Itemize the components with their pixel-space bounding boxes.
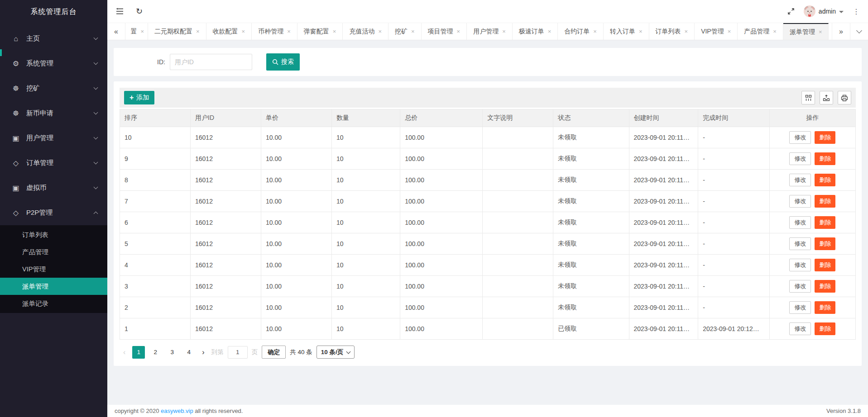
columns-filter-icon[interactable] (801, 91, 815, 104)
close-tab-icon[interactable]: × (378, 28, 382, 35)
close-tab-icon[interactable]: × (196, 28, 200, 35)
close-tab-icon[interactable]: × (593, 28, 597, 35)
delete-button[interactable]: 删除 (815, 152, 835, 165)
refresh-icon[interactable]: ↻ (136, 6, 143, 16)
sidebar-item-挖矿[interactable]: ☸挖矿 (0, 76, 107, 101)
close-tab-icon[interactable]: × (548, 28, 551, 35)
search-button[interactable]: 搜索 (266, 53, 300, 71)
table-row: 51601210.0010100.00未领取2023-09-01 20:11…-… (120, 233, 856, 255)
submenu-item-产品管理[interactable]: 产品管理 (0, 243, 107, 261)
close-tab-icon[interactable]: × (287, 28, 291, 35)
close-tab-icon[interactable]: × (242, 28, 245, 35)
column-header-数量: 数量 (332, 109, 400, 127)
tab-VIP管理[interactable]: VIP管理× (695, 23, 738, 40)
print-icon[interactable] (838, 91, 851, 104)
delete-button[interactable]: 删除 (815, 259, 835, 271)
sidebar-scrollbar-thumb[interactable] (0, 49, 2, 56)
search-input[interactable] (170, 54, 252, 70)
delete-button[interactable]: 删除 (815, 280, 835, 293)
page-prev-icon[interactable]: ‹ (120, 348, 128, 356)
copyright-text: copyright © 2020 easyweb.vip all rights … (115, 408, 243, 414)
edit-button[interactable]: 修改 (789, 259, 811, 271)
tab-置[interactable]: 置× (125, 23, 148, 40)
tab-产品管理[interactable]: 产品管理× (738, 23, 783, 40)
tab-极速订单[interactable]: 极速订单× (513, 23, 558, 40)
fullscreen-icon[interactable] (787, 8, 795, 15)
delete-button[interactable]: 删除 (815, 301, 835, 314)
easyweb-link[interactable]: easyweb.vip (161, 408, 193, 414)
edit-button[interactable]: 修改 (789, 152, 811, 165)
export-icon[interactable] (820, 91, 833, 104)
tab-充值活动[interactable]: 充值活动× (343, 23, 388, 40)
close-tab-icon[interactable]: × (685, 28, 688, 35)
goto-page-input[interactable] (228, 346, 248, 359)
tab-合约订单[interactable]: 合约订单× (558, 23, 604, 40)
sidebar-item-订单管理[interactable]: ◇订单管理 (0, 151, 107, 175)
edit-button[interactable]: 修改 (789, 195, 811, 208)
close-tab-icon[interactable]: × (411, 28, 415, 35)
close-tab-icon[interactable]: × (819, 28, 822, 35)
tab-收款配置[interactable]: 收款配置× (206, 23, 252, 40)
sidebar-item-主页[interactable]: ⌂主页 (0, 26, 107, 51)
more-menu-icon[interactable]: ⋮ (853, 7, 860, 16)
delete-button[interactable]: 删除 (815, 195, 835, 208)
tab-用户管理[interactable]: 用户管理× (467, 23, 513, 40)
delete-button[interactable]: 删除 (815, 174, 835, 186)
tab-订单列表[interactable]: 订单列表× (649, 23, 695, 40)
goto-confirm-button[interactable]: 确定 (262, 346, 286, 359)
tab-挖矿[interactable]: 挖矿× (388, 23, 422, 40)
collapse-sidebar-icon[interactable] (115, 8, 124, 15)
edit-button[interactable]: 修改 (789, 301, 811, 314)
edit-button[interactable]: 修改 (789, 131, 811, 144)
page-number-3[interactable]: 3 (166, 346, 178, 359)
add-button[interactable]: + 添加 (124, 91, 154, 104)
sidebar-item-虚拟币[interactable]: ▣虚拟币 (0, 175, 107, 200)
close-tab-icon[interactable]: × (773, 28, 777, 35)
cell: 16012 (191, 170, 261, 191)
sidebar-item-新币申请[interactable]: ☸新币申请 (0, 101, 107, 126)
cell: 未领取 (553, 276, 629, 297)
close-tab-icon[interactable]: × (333, 28, 336, 35)
close-tab-icon[interactable]: × (502, 28, 506, 35)
cell: 16012 (191, 255, 261, 276)
close-tab-icon[interactable]: × (639, 28, 643, 35)
edit-button[interactable]: 修改 (789, 216, 811, 229)
submenu-item-订单列表[interactable]: 订单列表 (0, 226, 107, 243)
page-number-4[interactable]: 4 (182, 346, 195, 359)
tab-项目管理[interactable]: 项目管理× (422, 23, 467, 40)
page-number-2[interactable]: 2 (149, 346, 162, 359)
submenu-item-VIP管理[interactable]: VIP管理 (0, 261, 107, 278)
delete-button[interactable]: 删除 (815, 322, 835, 335)
tab-转入订单[interactable]: 转入订单× (604, 23, 649, 40)
edit-button[interactable]: 修改 (789, 174, 811, 186)
delete-button[interactable]: 删除 (815, 237, 835, 250)
close-tab-icon[interactable]: × (728, 28, 731, 35)
per-page-select[interactable]: 10 条/页 (317, 346, 355, 359)
submenu-item-派单管理[interactable]: 派单管理 (0, 278, 107, 295)
cell: 100.00 (400, 255, 483, 276)
close-tab-icon[interactable]: × (140, 28, 144, 35)
delete-button[interactable]: 删除 (815, 131, 835, 144)
submenu-item-派单记录[interactable]: 派单记录 (0, 295, 107, 312)
edit-button[interactable]: 修改 (789, 237, 811, 250)
tab-派单管理[interactable]: 派单管理× (783, 23, 829, 40)
tab-二元期权配置[interactable]: 二元期权配置× (148, 23, 206, 40)
tabs-dropdown-icon[interactable] (850, 23, 868, 40)
tab-币种管理[interactable]: 币种管理× (252, 23, 297, 40)
cell-actions: 修改删除 (769, 255, 855, 276)
delete-button[interactable]: 删除 (815, 216, 835, 229)
page-next-icon[interactable]: › (199, 348, 207, 356)
tabs-scroll-left-icon[interactable]: « (107, 23, 125, 40)
user-menu[interactable]: admin (804, 5, 844, 17)
page-number-1[interactable]: 1 (132, 346, 145, 359)
cell: - (698, 233, 770, 255)
sidebar-item-系统管理[interactable]: ⚙系统管理 (0, 51, 107, 76)
edit-button[interactable]: 修改 (789, 322, 811, 335)
tabs-scroll-right-icon[interactable]: » (832, 23, 850, 40)
edit-button[interactable]: 修改 (789, 280, 811, 293)
sidebar-item-用户管理[interactable]: ▣用户管理 (0, 126, 107, 151)
tab-弹窗配置[interactable]: 弹窗配置× (297, 23, 343, 40)
close-tab-icon[interactable]: × (457, 28, 460, 35)
tab-label: 收款配置 (213, 28, 238, 36)
sidebar-item-P2P管理[interactable]: ◇P2P管理 (0, 200, 107, 225)
